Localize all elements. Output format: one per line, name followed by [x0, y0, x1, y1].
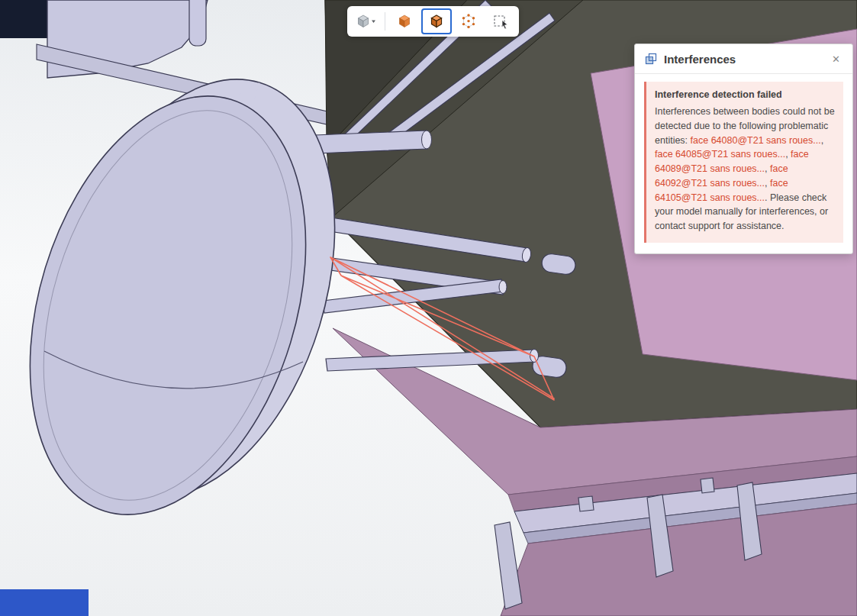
- mount-tab[interactable]: [701, 478, 714, 493]
- alert-message: Interferences between bodies could not b…: [655, 105, 835, 234]
- dialog-header: Interferences ✕: [635, 44, 852, 74]
- entity-link[interactable]: face 64085@T21 sans roues...: [655, 149, 785, 160]
- entity-link[interactable]: face 64080@T21 sans roues...: [691, 135, 821, 146]
- box-select-button[interactable]: [485, 8, 516, 34]
- view-toolbar: [347, 6, 519, 37]
- rod-end-cap[interactable]: [499, 281, 507, 294]
- alert-text-segment: ,: [821, 135, 823, 146]
- rod-end-cap[interactable]: [422, 131, 432, 149]
- hidden-edges-button[interactable]: [453, 8, 484, 34]
- error-alert: Interference detection failed Interferen…: [644, 82, 843, 243]
- close-button[interactable]: ✕: [829, 53, 843, 66]
- bottom-left-blue-panel: [0, 589, 89, 616]
- caret-down-icon: [372, 21, 375, 24]
- interference-icon: [644, 52, 658, 66]
- mount-tab[interactable]: [578, 496, 594, 511]
- shaded-with-edges-button[interactable]: [421, 8, 452, 34]
- gray-cube-icon: [355, 13, 376, 30]
- interferences-dialog: Interferences ✕ Interference detection f…: [634, 44, 853, 254]
- shaded-cube-icon: [396, 13, 413, 30]
- alert-text-segment: ,: [765, 163, 770, 174]
- toolbar-separator: [385, 12, 385, 31]
- marquee-cursor-icon: [492, 13, 509, 30]
- corner-dark-panel: [0, 0, 49, 38]
- alert-text-segment: ,: [765, 178, 770, 189]
- shaded-button[interactable]: [389, 8, 420, 34]
- dialog-body: Interference detection failed Interferen…: [635, 74, 852, 253]
- app-window: Interferences ✕ Interference detection f…: [0, 0, 857, 616]
- alert-heading: Interference detection failed: [655, 89, 835, 100]
- isometric-view-button[interactable]: [350, 8, 381, 34]
- dialog-title: Interferences: [664, 53, 823, 66]
- vertical-rod[interactable]: [189, 0, 206, 46]
- dotted-cube-icon: [460, 13, 477, 30]
- shaded-edges-cube-icon: [428, 13, 445, 30]
